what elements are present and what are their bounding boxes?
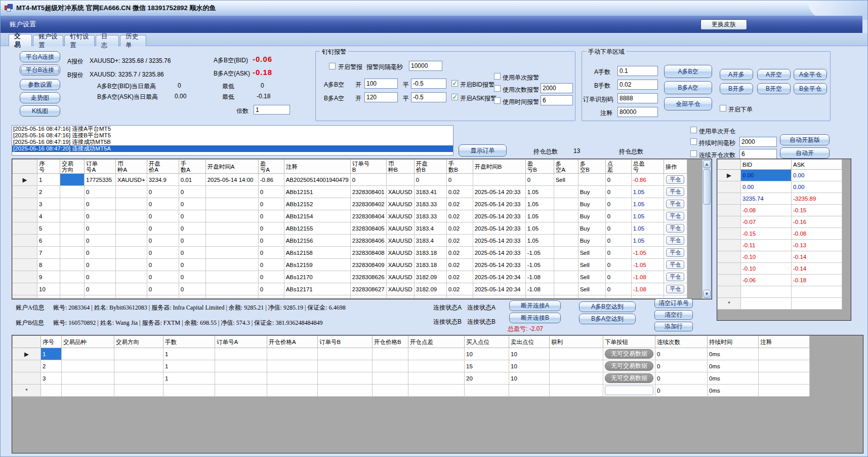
order-id-input[interactable] <box>617 93 658 103</box>
cell-ask[interactable]: -0.13 <box>792 240 842 251</box>
a-close-all-button[interactable]: A全平仓 <box>794 69 827 80</box>
cell-total-pl[interactable]: -0.86 <box>631 174 664 186</box>
cell-order-b[interactable]: 2328308627 <box>350 283 386 295</box>
cell-direction[interactable] <box>114 360 163 372</box>
count-alarm-checkbox[interactable] <box>494 85 501 92</box>
single-alarm-checkbox[interactable] <box>494 73 501 80</box>
row-selector[interactable] <box>13 283 37 295</box>
cell-lots-a[interactable]: 0 <box>179 283 205 295</box>
enable-ask-alarm-checkbox[interactable] <box>451 94 458 100</box>
cell-price-a[interactable]: 0 <box>147 283 179 295</box>
cell-note[interactable] <box>759 348 810 360</box>
cell-pl-a[interactable]: 0 <box>258 210 284 222</box>
cell-side-b[interactable]: Sell <box>578 271 605 283</box>
cell-lots-a[interactable]: 0 <box>179 259 205 271</box>
cell-pl-b[interactable]: 1.05 <box>525 186 554 198</box>
cell-pl-a[interactable]: -0.86 <box>258 174 284 186</box>
note-input[interactable] <box>617 107 658 117</box>
cell-lots-b[interactable]: 0.02 <box>446 247 473 259</box>
close-all-button[interactable]: 全部平仓 <box>664 97 712 110</box>
cell-seq[interactable]: 5 <box>37 222 60 235</box>
cell-open-spread[interactable] <box>408 360 465 372</box>
cell-time-b[interactable]: 2025-05-14 20:34 <box>473 283 525 295</box>
a-buy-b-sell-button[interactable]: A多B空 <box>664 65 712 78</box>
cell-order-b[interactable] <box>318 348 373 360</box>
cell-time-a[interactable] <box>205 247 258 259</box>
cell-total-pl[interactable]: -1.08 <box>631 283 664 295</box>
cell-side-b[interactable]: Buy <box>578 198 605 210</box>
cell-symbol-b[interactable]: XAUUSD <box>386 247 414 259</box>
cell-lots-a[interactable]: 0 <box>179 222 205 235</box>
cell-note[interactable]: ABb12152 <box>284 198 350 210</box>
cell-spread[interactable]: 0 <box>605 259 631 271</box>
cell-spread[interactable]: 0 <box>605 198 631 210</box>
cell-sell-point[interactable] <box>509 385 550 397</box>
cell-bid[interactable]: 0.00 <box>741 170 792 181</box>
cell-lots-a[interactable]: 0.01 <box>179 174 205 186</box>
cell-action[interactable]: 平仓 <box>664 198 687 210</box>
cell-lots[interactable]: 1 <box>163 360 215 372</box>
cell-total-pl[interactable]: -1.05 <box>631 247 664 259</box>
time-alarm-input[interactable] <box>541 95 573 105</box>
cell-seq[interactable]: 1 <box>37 174 60 186</box>
cell-symbol-a[interactable] <box>116 283 147 295</box>
cell-spread[interactable]: 0 <box>605 247 631 259</box>
repeat-count-checkbox[interactable] <box>690 150 697 157</box>
cell-lots-a[interactable]: 0 <box>179 235 205 247</box>
cell-lots-a[interactable]: 0 <box>179 210 205 222</box>
row-selector[interactable] <box>718 275 741 286</box>
cell-order-b[interactable]: 0 <box>350 174 386 186</box>
cell-repeat-count[interactable]: 0 <box>655 360 708 372</box>
b-open-buy-button[interactable]: B开多 <box>720 83 753 94</box>
scroll-up-icon[interactable]: ▲ <box>703 160 711 168</box>
cell-price-b[interactable]: 3183.33 <box>414 210 446 222</box>
cell-lots-a[interactable]: 0 <box>179 271 205 283</box>
cell-seq[interactable]: 7 <box>37 247 60 259</box>
cell-symbol-a[interactable] <box>116 186 147 198</box>
row-selector[interactable] <box>718 181 741 193</box>
cell-time-a[interactable] <box>205 235 258 247</box>
cell-time-b[interactable]: 2025-05-14 20:33 <box>473 210 525 222</box>
log-line[interactable]: [2025-05-16 08:47:16] 连接B平台MT5 <box>12 132 453 139</box>
cell-ask[interactable] <box>792 286 842 298</box>
cell-time-b[interactable]: 2025-05-14 20:33 <box>473 259 525 271</box>
cell-lots-b[interactable]: 0 <box>446 174 473 186</box>
cell-price-a[interactable]: 0 <box>147 271 179 283</box>
cell-note[interactable] <box>759 372 810 385</box>
cell-sell-point[interactable]: 10 <box>509 360 550 372</box>
cell-price-b[interactable]: 3183.41 <box>414 186 446 198</box>
cell-symbol-a[interactable] <box>116 259 147 271</box>
cell-note[interactable]: ABs12158 <box>284 247 350 259</box>
cell-seq[interactable]: 3 <box>37 198 60 210</box>
repeat-count-input[interactable] <box>739 149 777 159</box>
cell-side-b[interactable]: Buy <box>578 235 605 247</box>
cell-lots-a[interactable]: 0 <box>179 198 205 210</box>
cell-spread[interactable]: 0 <box>605 222 631 235</box>
cell-lots[interactable]: 1 <box>163 348 215 360</box>
cell-pl-a[interactable]: 0 <box>258 271 284 283</box>
cell-spread[interactable]: 0 <box>605 186 631 198</box>
cell-pl-b[interactable]: 0 <box>525 174 554 186</box>
cell-bid[interactable]: 0.00 <box>741 181 792 193</box>
cell-spread[interactable]: 0 <box>605 235 631 247</box>
cell-action[interactable]: 平仓 <box>664 283 687 295</box>
cell-pl-b[interactable]: -1.08 <box>525 271 554 283</box>
time-alarm-checkbox[interactable] <box>494 97 501 104</box>
cell-side-b[interactable]: Buy <box>578 210 605 222</box>
cell-note[interactable]: AB20250514001940479 <box>284 174 350 186</box>
cell-order-a[interactable] <box>215 348 267 360</box>
cell-pl-b[interactable]: -1.08 <box>525 283 554 295</box>
row-selector[interactable] <box>13 235 37 247</box>
b-buy-a-sell-button[interactable]: B多A空 <box>664 81 712 94</box>
cell-note[interactable] <box>759 385 810 397</box>
cell-order-a[interactable]: 0 <box>85 222 116 235</box>
cell-direction[interactable] <box>114 385 163 397</box>
cell-seq[interactable] <box>41 385 62 397</box>
row-a-open-input[interactable] <box>364 79 398 89</box>
cell-pl-b[interactable]: 1.05 <box>525 222 554 235</box>
cell-order-b[interactable]: 2328308408 <box>350 247 386 259</box>
cell-time-b[interactable]: 2025-05-14 20:33 <box>473 186 525 198</box>
cell-side-a[interactable] <box>554 186 578 198</box>
cell-price-a[interactable]: 0 <box>147 247 179 259</box>
cell-order-a[interactable] <box>215 372 267 385</box>
